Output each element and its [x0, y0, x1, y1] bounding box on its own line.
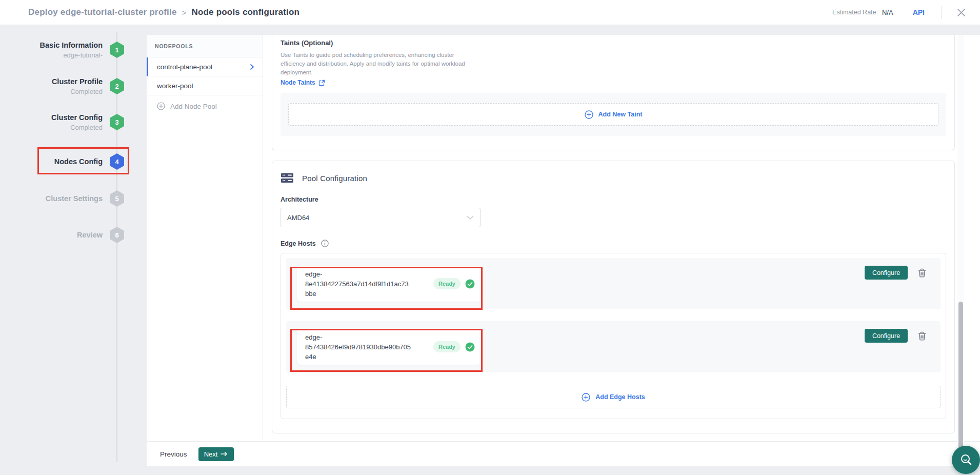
close-button[interactable] [955, 6, 968, 19]
add-node-pool-button[interactable]: Add Node Pool [147, 95, 263, 117]
status-badge: Ready [433, 278, 461, 289]
info-icon[interactable] [321, 240, 329, 247]
close-icon [957, 8, 966, 17]
edge-hosts-list: edge- 8e41384227563a7d14df9f1d1ac73bbe R… [281, 253, 946, 419]
add-new-taint-button[interactable]: Add New Taint [288, 103, 938, 126]
wizard-stepper: Basic Information edge-tutorial- 1 Clust… [0, 25, 147, 466]
step-label: Basic Information [40, 41, 103, 50]
nodepool-label: worker-pool [157, 82, 193, 90]
architecture-value: AMD64 [287, 214, 309, 222]
main-panel: NODEPOOLS control-plane-pool worker-pool… [147, 35, 980, 466]
header-actions: Estimated Rate: N/A API [832, 6, 968, 19]
wizard-footer: Previous Next [147, 441, 980, 466]
circle-plus-icon [585, 110, 593, 119]
nodepool-label: control-plane-pool [157, 63, 212, 71]
architecture-select[interactable]: AMD64 [281, 208, 481, 227]
add-edge-hosts-label: Add Edge Hosts [595, 393, 645, 401]
delete-host-button[interactable] [917, 267, 927, 279]
edge-host-row: edge- 857438426ef9d9781930dbe90b705e4e R… [286, 321, 941, 372]
step-review[interactable]: Review 6 [0, 227, 124, 243]
step-label: Review [77, 230, 103, 240]
step-badge: 4 [110, 153, 124, 170]
edge-host-name: edge- 8e41384227563a7d14df9f1d1ac73bbe [305, 269, 412, 299]
step-sublabel: Completed [52, 88, 103, 95]
trash-icon [918, 268, 926, 278]
header-divider [941, 6, 942, 19]
breadcrumb: Deploy edge-tutorial-cluster profile > N… [28, 7, 299, 17]
step-badge: 5 [110, 190, 124, 207]
edge-hosts-label-row: Edge Hosts [281, 240, 946, 247]
estimated-rate-value: N/A [882, 9, 893, 16]
step-sublabel: Completed [51, 124, 103, 131]
next-button[interactable]: Next [198, 447, 234, 461]
stepper-connector-line [116, 32, 117, 462]
nodepool-item-control-plane-pool[interactable]: control-plane-pool [147, 57, 263, 76]
step-badge: 6 [110, 227, 124, 243]
step-badge: 1 [110, 42, 124, 58]
step-nodes-config[interactable]: Nodes Config 4 [0, 153, 124, 170]
configure-button[interactable]: Configure [865, 329, 908, 343]
nodepool-item-worker-pool[interactable]: worker-pool [147, 76, 263, 95]
server-rack-icon [281, 172, 294, 184]
nodepools-header: NODEPOOLS [147, 35, 263, 57]
step-badge: 3 [110, 114, 124, 130]
configure-button[interactable]: Configure [865, 266, 908, 280]
status-badge: Ready [433, 341, 461, 352]
edge-host-card[interactable]: edge- 857438426ef9d9781930dbe90b705e4e R… [297, 329, 482, 365]
step-sublabel: edge-tutorial- [40, 51, 103, 59]
circle-plus-icon [157, 102, 165, 110]
node-taints-link[interactable]: Node Taints [281, 79, 325, 86]
edge-host-card[interactable]: edge- 8e41384227563a7d14df9f1d1ac73bbe R… [297, 266, 482, 302]
api-link[interactable]: API [913, 8, 925, 16]
step-basic-information[interactable]: Basic Information edge-tutorial- 1 [0, 41, 124, 59]
add-new-taint-label: Add New Taint [598, 111, 643, 118]
nodepools-sidebar: NODEPOOLS control-plane-pool worker-pool… [147, 35, 263, 441]
deploy-cluster-wizard: Deploy edge-tutorial-cluster profile > N… [0, 0, 980, 475]
step-label: Nodes Config [54, 157, 103, 166]
trash-icon [918, 331, 926, 341]
nodepool-config-content: Taints (Optional) Use Taints to guide po… [263, 35, 980, 441]
step-cluster-config[interactable]: Cluster Config Completed 3 [0, 113, 124, 131]
step-cluster-settings[interactable]: Cluster Settings 5 [0, 190, 124, 207]
step-label: Cluster Profile [52, 77, 103, 86]
scrollbar-thumb[interactable] [958, 302, 963, 465]
check-circle-icon [465, 342, 475, 352]
host-actions: Configure [865, 266, 927, 280]
add-edge-hosts-button[interactable]: Add Edge Hosts [286, 386, 941, 408]
pool-configuration-title: Pool Configuration [302, 174, 367, 183]
previous-button[interactable]: Previous [160, 450, 187, 458]
external-link-icon [318, 80, 325, 86]
chevron-down-icon [467, 215, 474, 220]
taints-card: Taints (Optional) Use Taints to guide po… [272, 35, 955, 150]
host-actions: Configure [865, 329, 927, 343]
step-label: Cluster Config [51, 113, 103, 122]
estimated-rate-label: Estimated Rate: [832, 9, 878, 16]
step-label: Cluster Settings [46, 194, 103, 203]
pool-configuration-header: Pool Configuration [281, 172, 946, 184]
breadcrumb-separator: > [182, 8, 187, 17]
circle-plus-icon [582, 393, 590, 402]
add-node-pool-label: Add Node Pool [170, 103, 217, 110]
arrow-right-icon [221, 451, 228, 457]
check-circle-icon [465, 279, 475, 289]
chevron-right-icon [249, 64, 255, 70]
taints-list-container: Add New Taint [281, 93, 946, 136]
edge-host-row: edge- 8e41384227563a7d14df9f1d1ac73bbe R… [286, 258, 941, 309]
edge-hosts-label: Edge Hosts [281, 240, 316, 247]
step-cluster-profile[interactable]: Cluster Profile Completed 2 [0, 77, 124, 95]
page-title: Node pools configuration [191, 7, 299, 17]
taints-description: Use Taints to guide pod scheduling prefe… [281, 51, 471, 77]
vertical-scrollbar[interactable] [957, 35, 964, 466]
taints-title: Taints (Optional) [281, 39, 946, 47]
pool-configuration-card: Pool Configuration Architecture AMD64 Ed… [272, 161, 955, 433]
delete-host-button[interactable] [917, 330, 927, 342]
magnifier-smile-icon [958, 452, 974, 468]
architecture-label: Architecture [281, 196, 946, 203]
help-search-widget-button[interactable] [952, 446, 980, 474]
edge-host-name: edge- 857438426ef9d9781930dbe90b705e4e [305, 332, 412, 362]
wizard-header: Deploy edge-tutorial-cluster profile > N… [0, 0, 980, 25]
step-badge: 2 [110, 78, 124, 94]
breadcrumb-profile: Deploy edge-tutorial-cluster profile [28, 7, 177, 17]
